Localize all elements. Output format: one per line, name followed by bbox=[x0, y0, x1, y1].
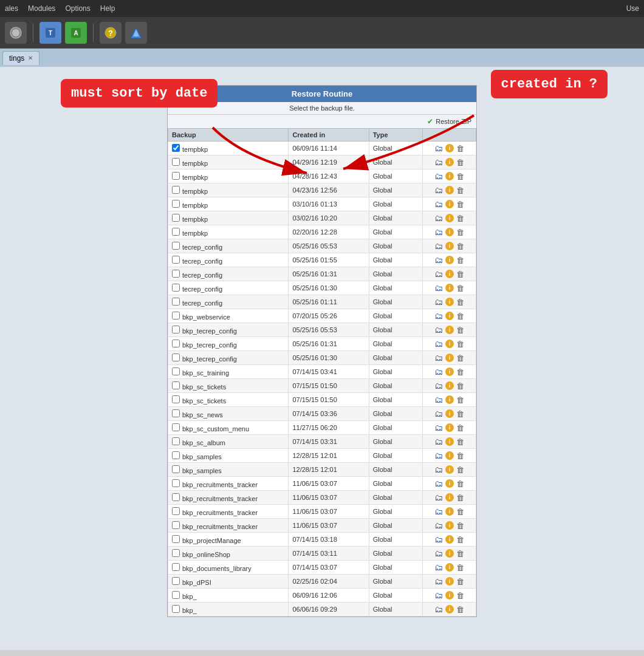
table-row[interactable]: bkp_sc_tickets07/15/15 01:50Global 🗂 i 🗑 bbox=[168, 393, 476, 407]
folder-icon[interactable]: 🗂 bbox=[434, 395, 443, 405]
info-icon[interactable]: i bbox=[445, 563, 454, 572]
table-row[interactable]: bkp_webservice07/20/15 05:26Global 🗂 i 🗑 bbox=[168, 309, 476, 323]
backup-checkbox[interactable] bbox=[172, 144, 180, 152]
menu-ales[interactable]: ales bbox=[5, 4, 18, 13]
trash-icon[interactable]: 🗑 bbox=[456, 298, 464, 307]
info-icon[interactable]: i bbox=[445, 298, 454, 306]
trash-icon[interactable]: 🗑 bbox=[456, 367, 464, 377]
backup-checkbox[interactable] bbox=[172, 381, 180, 389]
trash-icon[interactable]: 🗑 bbox=[456, 144, 464, 153]
trash-icon[interactable]: 🗑 bbox=[456, 479, 464, 488]
info-icon[interactable]: i bbox=[445, 605, 454, 613]
table-row[interactable]: bkp_projectManage07/14/15 03:18Global 🗂 … bbox=[168, 533, 476, 547]
table-row[interactable]: bkp_samples12/28/15 12:01Global 🗂 i 🗑 bbox=[168, 463, 476, 477]
trash-icon[interactable]: 🗑 bbox=[456, 312, 464, 321]
trash-icon[interactable]: 🗑 bbox=[456, 591, 464, 600]
table-row[interactable]: bkp_dPSI02/25/16 02:04Global 🗂 i 🗑 bbox=[168, 575, 476, 589]
folder-icon[interactable]: 🗂 bbox=[434, 604, 443, 614]
info-icon[interactable]: i bbox=[445, 367, 454, 376]
info-icon[interactable]: i bbox=[445, 493, 454, 502]
info-icon[interactable]: i bbox=[445, 158, 454, 166]
trash-icon[interactable]: 🗑 bbox=[456, 354, 464, 363]
trash-icon[interactable]: 🗑 bbox=[456, 493, 464, 502]
folder-icon[interactable]: 🗂 bbox=[434, 339, 443, 349]
backup-checkbox[interactable] bbox=[172, 493, 180, 501]
trash-icon[interactable]: 🗑 bbox=[456, 186, 464, 195]
table-row[interactable]: bkp_sc_tickets07/15/15 01:50Global 🗂 i 🗑 bbox=[168, 379, 476, 393]
folder-icon[interactable]: 🗂 bbox=[434, 409, 443, 419]
folder-icon[interactable]: 🗂 bbox=[434, 199, 443, 209]
folder-icon[interactable]: 🗂 bbox=[434, 143, 443, 153]
folder-icon[interactable]: 🗂 bbox=[434, 548, 443, 558]
trash-icon[interactable]: 🗑 bbox=[456, 437, 464, 446]
backup-checkbox[interactable] bbox=[172, 577, 180, 585]
table-row[interactable]: bkp_sc_album07/14/15 03:31Global 🗂 i 🗑 bbox=[168, 435, 476, 449]
trash-icon[interactable]: 🗑 bbox=[456, 242, 464, 251]
info-icon[interactable]: i bbox=[445, 284, 454, 292]
trash-icon[interactable]: 🗑 bbox=[456, 577, 464, 586]
backup-checkbox[interactable] bbox=[172, 214, 180, 222]
table-row[interactable]: bkp_tecrep_config05/25/16 01:30Global 🗂 … bbox=[168, 351, 476, 365]
table-row[interactable]: bkp_recruitments_tracker11/06/15 03:07Gl… bbox=[168, 505, 476, 519]
trash-icon[interactable]: 🗑 bbox=[456, 465, 464, 474]
backup-checkbox[interactable] bbox=[172, 354, 180, 361]
trash-icon[interactable]: 🗑 bbox=[456, 409, 464, 419]
trash-icon[interactable]: 🗑 bbox=[456, 270, 464, 279]
trash-icon[interactable]: 🗑 bbox=[456, 395, 464, 405]
info-icon[interactable]: i bbox=[445, 312, 454, 320]
info-icon[interactable]: i bbox=[445, 186, 454, 194]
table-row[interactable]: bkp_samples12/28/15 12:01Global 🗂 i 🗑 bbox=[168, 449, 476, 463]
table-row[interactable]: tecrep_config05/25/16 01:11Global 🗂 i 🗑 bbox=[168, 295, 476, 309]
folder-icon[interactable]: 🗂 bbox=[434, 157, 443, 167]
info-icon[interactable]: i bbox=[445, 256, 454, 264]
info-icon[interactable]: i bbox=[445, 270, 454, 278]
folder-icon[interactable]: 🗂 bbox=[434, 493, 443, 502]
info-icon[interactable]: i bbox=[445, 591, 454, 600]
table-row[interactable]: bkp_06/09/16 12:06Global 🗂 i 🗑 bbox=[168, 589, 476, 603]
trash-icon[interactable]: 🗑 bbox=[456, 605, 464, 614]
folder-icon[interactable]: 🗂 bbox=[434, 451, 443, 460]
trash-icon[interactable]: 🗑 bbox=[456, 381, 464, 391]
backup-checkbox[interactable] bbox=[172, 409, 180, 417]
table-row[interactable]: tempbkp04/29/16 12:19Global 🗂 i 🗑 bbox=[168, 155, 476, 169]
folder-icon[interactable]: 🗂 bbox=[434, 283, 443, 293]
menu-options[interactable]: Options bbox=[65, 4, 90, 13]
info-icon[interactable]: i bbox=[445, 340, 454, 348]
folder-icon[interactable]: 🗂 bbox=[434, 255, 443, 265]
toolbar-icon-3[interactable]: A bbox=[65, 22, 87, 44]
trash-icon[interactable]: 🗑 bbox=[456, 326, 464, 335]
folder-icon[interactable]: 🗂 bbox=[434, 367, 443, 377]
col-header-created[interactable]: Created in bbox=[289, 129, 369, 142]
backup-checkbox[interactable] bbox=[172, 395, 180, 403]
info-icon[interactable]: i bbox=[445, 326, 454, 334]
folder-icon[interactable]: 🗂 bbox=[434, 227, 443, 237]
folder-icon[interactable]: 🗂 bbox=[434, 507, 443, 516]
info-icon[interactable]: i bbox=[445, 535, 454, 544]
backup-checkbox[interactable] bbox=[172, 158, 180, 166]
info-icon[interactable]: i bbox=[445, 144, 454, 152]
table-row[interactable]: bkp_documents_library07/14/15 03:07Globa… bbox=[168, 561, 476, 575]
info-icon[interactable]: i bbox=[445, 507, 454, 516]
info-icon[interactable]: i bbox=[445, 479, 454, 488]
menu-modules[interactable]: Modules bbox=[28, 4, 55, 13]
trash-icon[interactable]: 🗑 bbox=[456, 535, 464, 544]
toolbar-icon-nav[interactable] bbox=[125, 22, 147, 44]
trash-icon[interactable]: 🗑 bbox=[456, 214, 464, 223]
table-row[interactable]: tempbkp06/09/16 11:14Global 🗂 i 🗑 bbox=[168, 142, 476, 155]
trash-icon[interactable]: 🗑 bbox=[456, 200, 464, 209]
table-row[interactable]: tempbkp03/02/16 10:20Global 🗂 i 🗑 bbox=[168, 211, 476, 225]
trash-icon[interactable]: 🗑 bbox=[456, 172, 464, 181]
backup-checkbox[interactable] bbox=[172, 326, 180, 333]
backup-checkbox[interactable] bbox=[172, 549, 180, 557]
info-icon[interactable]: i bbox=[445, 381, 454, 390]
backup-checkbox[interactable] bbox=[172, 521, 180, 529]
backup-checkbox[interactable] bbox=[172, 186, 180, 194]
backup-checkbox[interactable] bbox=[172, 298, 180, 306]
trash-icon[interactable]: 🗑 bbox=[456, 284, 464, 293]
trash-icon[interactable]: 🗑 bbox=[456, 451, 464, 460]
table-row[interactable]: tempbkp03/10/16 01:13Global 🗂 i 🗑 bbox=[168, 197, 476, 211]
info-icon[interactable]: i bbox=[445, 242, 454, 250]
backup-checkbox[interactable] bbox=[172, 200, 180, 208]
folder-icon[interactable]: 🗂 bbox=[434, 479, 443, 488]
info-icon[interactable]: i bbox=[445, 200, 454, 208]
